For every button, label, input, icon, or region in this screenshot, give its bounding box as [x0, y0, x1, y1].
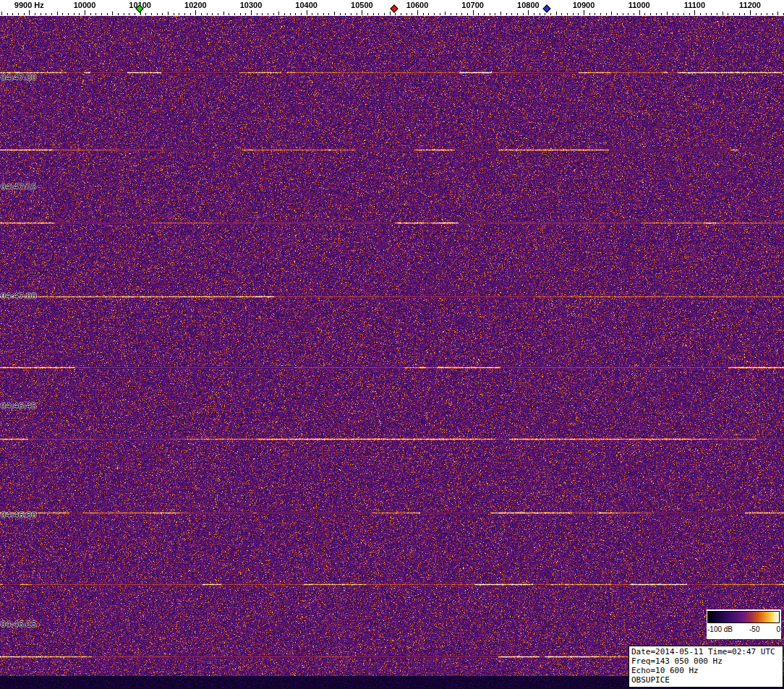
freq-tick-label: 9900 Hz — [14, 1, 44, 9]
freq-tick-label: 10700 — [461, 1, 484, 9]
colorbar-mid-label: -50 — [749, 625, 759, 633]
freq-tick-label: 10500 — [351, 1, 373, 9]
colorbar-gradient — [707, 611, 780, 623]
freq-tick-label: 11100 — [684, 1, 705, 9]
waterfall-spectrogram-canvas — [0, 16, 784, 689]
colorbar-labels: -100 dB -50 0 — [707, 625, 781, 633]
freq-tick-label: 10400 — [295, 1, 318, 9]
freq-tick-label: 10000 — [74, 1, 96, 9]
colorbar-panel: -100 dB -50 0 — [707, 609, 781, 639]
colorbar-min-label: -100 dB — [707, 625, 733, 633]
info-line-station: OBSUPICE — [631, 675, 780, 685]
freq-tick-label: 10800 — [517, 1, 540, 9]
frequency-ruler: 9900 Hz100001010010200103001040010500106… — [0, 0, 784, 16]
info-line-date-time: Date=2014-05-11 Time=02:47 UTC — [631, 647, 780, 656]
freq-tick-label: 10200 — [184, 1, 207, 9]
freq-tick-label: 10300 — [240, 1, 263, 9]
spectrogram-app-window: 9900 Hz100001010010200103001040010500106… — [0, 0, 784, 689]
freq-tick-label: 10900 — [573, 1, 595, 9]
info-line-frequency: Freq=143 050 000 Hz — [631, 656, 780, 666]
status-info-box: Date=2014-05-11 Time=02:47 UTC Freq=143 … — [629, 646, 783, 688]
freq-tick-label: 10600 — [406, 1, 429, 9]
freq-tick-label: 11000 — [629, 1, 650, 9]
freq-tick-label: 11200 — [739, 1, 761, 9]
colorbar-max-label: 0 — [776, 625, 780, 633]
info-line-echo: Echo=10 600 Hz — [631, 666, 780, 675]
